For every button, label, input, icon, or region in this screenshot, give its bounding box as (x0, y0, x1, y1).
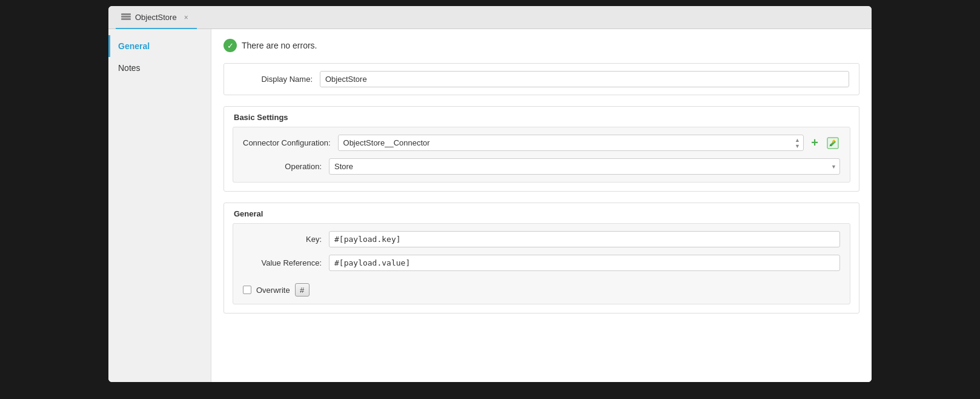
overwrite-row: Overwrite # (243, 278, 840, 297)
key-row: Key: (243, 231, 840, 247)
title-tab: ObjectStore × (116, 6, 197, 29)
content-area: ✓ There are no errors. Display Name: Bas… (211, 29, 872, 382)
display-name-section: Display Name: (223, 63, 859, 95)
connector-config-container: ObjectStore__Connector ▲ ▼ + (338, 135, 840, 151)
edit-connector-button[interactable] (826, 136, 840, 150)
basic-settings-inner: Connector Configuration: ObjectStore__Co… (233, 127, 850, 183)
status-bar: ✓ There are no errors. (223, 39, 859, 52)
connector-config-label: Connector Configuration: (243, 138, 331, 147)
add-connector-button[interactable]: + (807, 136, 822, 150)
status-ok-icon: ✓ (223, 39, 237, 52)
basic-settings-section: Basic Settings Connector Configuration: … (223, 106, 859, 192)
operation-row: Operation: Store Retrieve Delete Clear ▼ (243, 158, 840, 175)
sidebar-item-notes-label: Notes (118, 63, 141, 73)
connector-select-wrapper: ObjectStore__Connector ▲ ▼ (338, 135, 804, 151)
sidebar: General Notes (108, 29, 211, 382)
main-content: General Notes ✓ There are no errors. Dis… (108, 29, 872, 382)
svg-rect-2 (121, 18, 131, 20)
key-label: Key: (243, 235, 322, 244)
svg-rect-1 (121, 16, 131, 18)
display-name-label: Display Name: (234, 75, 313, 84)
value-ref-input[interactable] (329, 255, 840, 271)
title-label: ObjectStore (135, 13, 177, 22)
basic-settings-title: Basic Settings (224, 107, 859, 127)
connector-config-row: Connector Configuration: ObjectStore__Co… (243, 135, 840, 151)
operation-label: Operation: (243, 162, 322, 171)
display-name-row: Display Name: (224, 64, 859, 95)
sidebar-item-notes[interactable]: Notes (108, 57, 211, 79)
key-input[interactable] (329, 231, 840, 247)
operation-select[interactable]: Store Retrieve Delete Clear (329, 158, 840, 175)
overwrite-checkbox[interactable] (243, 286, 251, 294)
value-ref-row: Value Reference: (243, 255, 840, 271)
tab-indicator (116, 28, 197, 29)
sidebar-item-general-label: General (118, 41, 150, 51)
sidebar-item-general[interactable]: General (108, 35, 211, 57)
general-section: General Key: Value Reference: (223, 203, 859, 314)
close-button[interactable]: × (182, 12, 191, 23)
status-message: There are no errors. (242, 41, 317, 50)
svg-rect-0 (121, 13, 131, 15)
overwrite-label: Overwrite (256, 286, 290, 295)
main-window: ObjectStore × General Notes ✓ There are … (108, 6, 872, 382)
value-ref-label: Value Reference: (243, 258, 322, 267)
title-bar: ObjectStore × (108, 6, 872, 29)
pencil-icon (826, 136, 839, 150)
general-section-title: General (224, 203, 859, 223)
connector-config-select[interactable]: ObjectStore__Connector (338, 135, 804, 151)
general-inner-section: Key: Value Reference: Overwrite # (233, 223, 850, 304)
display-name-input[interactable] (320, 71, 849, 87)
hash-button[interactable]: # (295, 283, 310, 297)
objectstore-icon (121, 12, 131, 23)
operation-select-wrapper: Store Retrieve Delete Clear ▼ (329, 158, 840, 175)
